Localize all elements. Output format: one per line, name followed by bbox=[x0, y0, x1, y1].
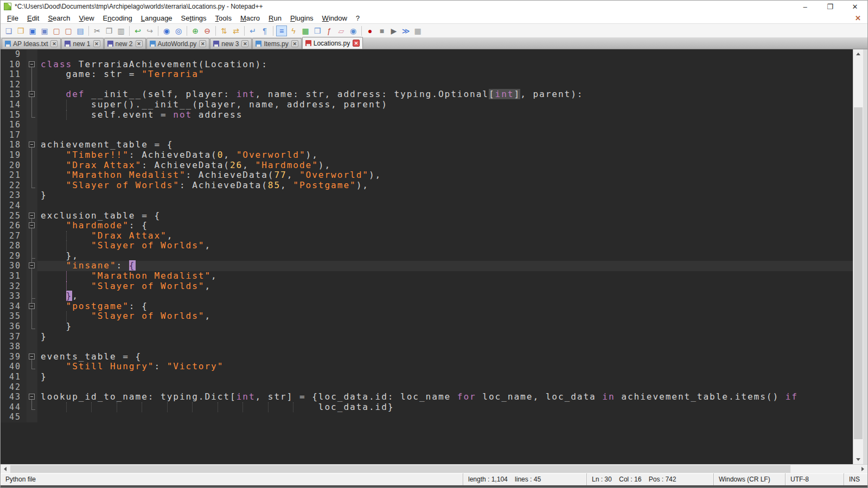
code-line[interactable]: 25exclusion_table = { bbox=[1, 211, 853, 221]
tab-new-2[interactable]: new 2✕ bbox=[104, 38, 146, 49]
scroll-left-arrow[interactable] bbox=[1, 465, 10, 473]
code-line[interactable]: 18achievement_table = { bbox=[1, 140, 853, 150]
scroll-right-arrow[interactable] bbox=[858, 465, 867, 473]
tab-close-icon[interactable]: ✕ bbox=[241, 40, 248, 47]
document-list-icon[interactable]: ❒ bbox=[312, 25, 323, 36]
menu-item-encoding[interactable]: Encoding bbox=[99, 13, 137, 23]
code-line[interactable]: 36 } bbox=[1, 322, 853, 332]
vertical-scrollbar-thumb[interactable] bbox=[854, 107, 863, 439]
macro-record-icon[interactable]: ● bbox=[365, 25, 375, 36]
undo-icon[interactable]: ↩ bbox=[132, 25, 143, 36]
code-line[interactable]: 32 "Slayer of Worlds", bbox=[1, 281, 853, 292]
copy-icon[interactable]: ❐ bbox=[104, 25, 114, 36]
menu-item-help[interactable]: ? bbox=[352, 13, 364, 23]
tab-items-py[interactable]: Items.py✕ bbox=[252, 38, 301, 49]
code-line[interactable]: 39events_table = { bbox=[1, 352, 853, 362]
macro-play-icon[interactable]: ▶ bbox=[388, 25, 399, 36]
tab-new-3[interactable]: new 3✕ bbox=[210, 38, 252, 49]
code-line[interactable]: 19 "Timber!!": AchieveData(0, "Overworld… bbox=[1, 150, 853, 160]
zoom-out-icon[interactable]: ⊖ bbox=[202, 25, 213, 36]
tab-close-icon[interactable]: ✕ bbox=[291, 40, 298, 47]
tab-new-1[interactable]: new 1✕ bbox=[61, 38, 103, 49]
vertical-scrollbar[interactable] bbox=[853, 49, 863, 464]
folder-as-workspace-icon[interactable]: ▱ bbox=[336, 25, 347, 36]
scroll-down-arrow[interactable] bbox=[853, 455, 863, 464]
code-line[interactable]: 21 "Marathon Medalist": AchieveData(77, … bbox=[1, 170, 853, 181]
print-icon[interactable]: ▤ bbox=[75, 25, 86, 36]
tab-close-icon[interactable]: ✕ bbox=[199, 40, 206, 47]
code-line[interactable]: 43lookup_id_to_name: typing.Dict[int, st… bbox=[1, 392, 853, 402]
sync-horizontal-icon[interactable]: ⇄ bbox=[231, 25, 241, 36]
code-line[interactable]: 35 "Slayer of Worlds", bbox=[1, 311, 853, 322]
open-file-icon[interactable]: ❒ bbox=[15, 25, 26, 36]
function-completion-icon[interactable]: ϟ bbox=[288, 25, 299, 36]
menubar-close-document-button[interactable]: ✕ bbox=[853, 14, 863, 22]
indent-guide-icon[interactable]: ≡ bbox=[276, 25, 287, 36]
close-icon[interactable]: ▢ bbox=[51, 25, 62, 36]
code-line[interactable]: 38 bbox=[1, 342, 853, 352]
fold-margin-collapse-box[interactable] bbox=[27, 261, 37, 271]
paste-icon[interactable]: ▥ bbox=[116, 25, 126, 36]
code-line[interactable]: 26 "hardmode": { bbox=[1, 221, 853, 231]
code-line[interactable]: 37} bbox=[1, 332, 853, 342]
code-line[interactable]: 41} bbox=[1, 372, 853, 382]
menu-item-plugins[interactable]: Plugins bbox=[286, 13, 318, 23]
find-icon[interactable]: ◉ bbox=[161, 25, 172, 36]
code-line[interactable]: 24 bbox=[1, 201, 853, 211]
menu-item-settings[interactable]: Settings bbox=[177, 13, 211, 23]
macro-save-icon[interactable]: ▦ bbox=[412, 25, 423, 36]
code-line[interactable]: 42 bbox=[1, 382, 853, 393]
fold-margin-collapse-box[interactable] bbox=[27, 140, 37, 150]
code-line[interactable]: 17 bbox=[1, 130, 853, 140]
horizontal-scrollbar[interactable] bbox=[1, 464, 867, 473]
menu-item-run[interactable]: Run bbox=[264, 13, 286, 23]
zoom-in-icon[interactable]: ⊕ bbox=[190, 25, 201, 36]
macro-run-multiple-icon[interactable]: ≫ bbox=[400, 25, 411, 36]
code-line[interactable]: 34 "postgame": { bbox=[1, 301, 853, 312]
close-all-icon[interactable]: ▢ bbox=[63, 25, 74, 36]
code-line[interactable]: 20 "Drax Attax": AchieveData(26, "Hardmo… bbox=[1, 160, 853, 171]
tab-ap-ideas-txt[interactable]: AP Ideas.txt✕ bbox=[2, 38, 61, 49]
tab-locations-py[interactable]: Locations.py✕ bbox=[302, 37, 363, 49]
fold-margin-collapse-box[interactable] bbox=[27, 392, 37, 402]
menu-item-search[interactable]: Search bbox=[43, 13, 74, 23]
code-line[interactable]: 15 self.event = not address bbox=[1, 110, 853, 120]
menu-item-view[interactable]: View bbox=[75, 13, 99, 23]
word-wrap-icon[interactable]: ↵ bbox=[247, 25, 258, 36]
code-line[interactable]: 12 bbox=[1, 80, 853, 90]
function-list-icon[interactable]: ƒ bbox=[324, 25, 335, 36]
tab-autoworld-py[interactable]: AutoWorld.py✕ bbox=[146, 38, 210, 49]
tab-close-icon[interactable]: ✕ bbox=[50, 40, 58, 47]
menu-item-macro[interactable]: Macro bbox=[236, 13, 264, 23]
fold-margin-collapse-box[interactable] bbox=[27, 60, 37, 70]
code-line[interactable]: 29 }, bbox=[1, 251, 853, 261]
fold-margin-collapse-box[interactable] bbox=[27, 211, 37, 221]
macro-stop-icon[interactable]: ■ bbox=[376, 25, 387, 36]
code-editor[interactable]: 910class TerrariaAchievement(Location):1… bbox=[1, 49, 853, 464]
restore-button[interactable]: ❐ bbox=[818, 1, 843, 12]
code-line[interactable]: 33 }, bbox=[1, 291, 853, 301]
new-file-icon[interactable]: ❏ bbox=[3, 25, 14, 36]
code-line[interactable]: 10class TerrariaAchievement(Location): bbox=[1, 60, 853, 70]
menu-item-tools[interactable]: Tools bbox=[211, 13, 236, 23]
menu-item-window[interactable]: Window bbox=[318, 13, 352, 23]
fold-margin-collapse-box[interactable] bbox=[27, 352, 37, 362]
code-line[interactable]: 13 def __init__(self, player: int, name:… bbox=[1, 89, 853, 100]
code-line[interactable]: 31 "Marathon Medalist", bbox=[1, 271, 853, 281]
close-button[interactable]: ✕ bbox=[843, 1, 867, 12]
document-map-icon[interactable]: ▦ bbox=[300, 25, 311, 36]
code-line[interactable]: 44 loc_data.id} bbox=[1, 402, 853, 413]
code-line[interactable]: 14 super().__init__(player, name, addres… bbox=[1, 100, 853, 110]
code-line[interactable]: 27 "Drax Attax", bbox=[1, 231, 853, 241]
menu-item-language[interactable]: Language bbox=[137, 13, 177, 23]
code-line[interactable]: 40 "Still Hungry": "Victory" bbox=[1, 362, 853, 372]
code-line[interactable]: 30 "insane": { bbox=[1, 261, 853, 271]
replace-icon[interactable]: ◎ bbox=[173, 25, 184, 36]
show-all-characters-icon[interactable]: ¶ bbox=[259, 25, 270, 36]
redo-icon[interactable]: ↪ bbox=[144, 25, 155, 36]
monitoring-eye-icon[interactable]: ◉ bbox=[348, 25, 359, 36]
tab-close-icon[interactable]: ✕ bbox=[136, 40, 143, 47]
code-line[interactable]: 11 game: str = "Terraria" bbox=[1, 69, 853, 80]
code-line[interactable]: 28 "Slayer of Worlds", bbox=[1, 241, 853, 251]
tab-close-icon[interactable]: ✕ bbox=[93, 40, 100, 47]
